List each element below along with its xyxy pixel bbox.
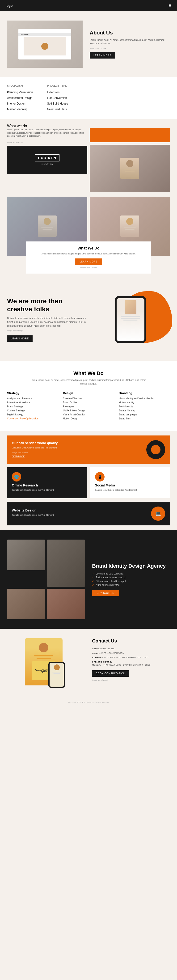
about-content: About Us Lorem ipsum dolor sit amet, con… (90, 30, 170, 59)
project-type-col: Project type Extension Flat Conversion S… (47, 84, 68, 112)
wwd-card: CURIKEN quality by day (7, 146, 87, 174)
share-icon: 📱 (97, 474, 102, 479)
contact-content: Contact Us PHONE: (000)221-4567 E-MAIL: … (92, 638, 170, 681)
creative-credit: Image from Freepik (7, 330, 86, 332)
branding-column: Branding Visual identity and Verbal Iden… (119, 391, 170, 421)
brand-title: Brand Identity Design Agency (92, 563, 170, 570)
phone-screen (116, 298, 144, 341)
wwd-columns: Strategy Analytics and Research Interact… (7, 391, 170, 421)
design-item-6[interactable]: Motion Design (63, 417, 114, 420)
design-item-1[interactable]: Creative Direction (63, 397, 114, 400)
about-image-credit: Image from Freepik (90, 47, 170, 49)
strategy-item-5[interactable]: Digital Strategy (7, 413, 58, 416)
creative-title: We are more than creative folks (7, 297, 86, 313)
spec-item-4: Master Planning (7, 108, 28, 111)
design-item-4[interactable]: UI/UX & Web Design (63, 409, 114, 412)
address-value: ALEXANDRIA, 35 WASHINGTON STR. 22103 (104, 656, 148, 659)
footer-note: Image size: 750 × 4152 px (you can use y… (0, 700, 177, 705)
wwd-center-title: What We Do (32, 246, 145, 250)
strategy-item-1[interactable]: Analytics and Research (7, 397, 58, 400)
about-learn-more-button[interactable]: LEARN MORE (90, 52, 115, 59)
specialism-section: Specialism Planning Permission Architect… (0, 77, 177, 119)
about-text: Lorem ipsum dolor sit amet, consectetur … (90, 38, 170, 45)
design-heading: Design (63, 391, 114, 395)
website-design-text: Sample text. Click to select the Text El… (12, 514, 148, 517)
hamburger-menu-icon[interactable]: ≡ (169, 3, 171, 8)
hours-value: MONDAY – THURSDAY 10:00 – 20:00 FRIDAY 1… (92, 664, 150, 666)
creative-image (91, 296, 170, 343)
online-research-text: Sample text. Click to select the Text El… (12, 488, 82, 492)
world-quality-icon (146, 440, 165, 459)
world-quality-read-more[interactable]: READ MORE (12, 455, 25, 457)
contact-section: We are a Web Design Agency Contact Us PH… (0, 629, 177, 700)
world-quality-credit: Image from Freepik (12, 452, 143, 453)
strategy-item-2[interactable]: Interactive Workshops (7, 401, 58, 404)
contact-phone-screen (49, 663, 64, 687)
laptop-graphic: Contact Us (7, 21, 83, 68)
design-list: Creative Direction Brand Guides Prototyp… (63, 397, 114, 420)
specialism-heading: Specialism (7, 84, 33, 87)
branding-heading: Branding (119, 391, 170, 395)
what-we-do-columns-section: What We Do Lorem ipsum dolor sit amet, c… (0, 361, 177, 431)
design-item-2[interactable]: Brand Guides (63, 401, 114, 404)
branding-item-2[interactable]: Motion Identity (119, 401, 170, 404)
strategy-item-3[interactable]: Brand Strategy (7, 405, 58, 408)
strategy-item-4[interactable]: Content Strategy (7, 409, 58, 412)
brand-list-item-3: Odio ut enim blandit volutpat. (92, 580, 170, 582)
phone-text-line-2 (121, 318, 140, 319)
wwd-center-credit: Images from Freepik (32, 267, 145, 269)
about-title: About Us (90, 30, 170, 36)
wwd-col-description: Lorem ipsum dolor sit amet, consectetur … (30, 379, 148, 385)
brand-img-4 (47, 589, 85, 619)
branding-item-3[interactable]: Sonic Identity (119, 405, 170, 408)
design-item-5[interactable]: Visual Asset Creation (63, 413, 114, 416)
brand-list-item-4: Nunc congue nisi vitae. (92, 584, 170, 586)
wwd-learn-more-button[interactable]: LEARN MORE (75, 258, 102, 265)
branding-item-5[interactable]: Brand campaigns (119, 413, 170, 416)
contact-us-button[interactable]: CONTACT US (92, 590, 119, 596)
strategy-item-6[interactable]: Conversion Rate Optimization (7, 417, 58, 420)
brand-img-3 (7, 589, 45, 619)
brand-content: Brand Identity Design Agency Lectus urna… (92, 563, 170, 596)
social-media-icon: 📱 (95, 472, 105, 482)
branding-item-4[interactable]: Brands Naming (119, 409, 170, 412)
world-quality-card: Our call service world quality Vulputate… (7, 436, 170, 464)
contact-address-row: ADDRESS: ALEXANDRIA, 35 WASHINGTON STR. … (92, 656, 170, 659)
address-label: ADDRESS: (92, 656, 104, 659)
wwd-photo-right (90, 145, 170, 192)
website-design-title: Website Design (12, 508, 148, 512)
navbar: logo ≡ (0, 0, 177, 11)
phone-person-image (124, 300, 136, 314)
person-head (39, 643, 48, 652)
wwd-right-col (90, 128, 170, 192)
wwd-center-card: What We Do Amet luctus senectus ferus ma… (26, 242, 151, 274)
phone-text-line-3 (123, 320, 137, 321)
phone-value: (000)221-4567 (102, 648, 115, 650)
laptop-screen-header: Contact Us (18, 33, 71, 36)
computer-icon: 💻 (155, 511, 161, 516)
email-label: E-MAIL: (92, 652, 101, 654)
phone-screen-inner (116, 298, 144, 341)
email-value: INFO@EXAMPLE.COM (102, 652, 124, 654)
world-quality-text: Vulputate. Duis. Click to select the Tex… (12, 446, 143, 450)
design-item-3[interactable]: Prototypes (63, 405, 114, 408)
book-consultation-button[interactable]: BOOK CONSULTATION (92, 670, 129, 677)
social-media-text: Sample text. Click to select the Text El… (95, 488, 166, 492)
wwd-image-credit: Image from Freepik (7, 141, 87, 143)
contact-hours-row: OPENING HOURS: MONDAY – THURSDAY 10:00 –… (92, 660, 170, 667)
creative-folks-section: We are more than creative folks Duis aut… (0, 278, 177, 361)
social-media-card: 📱 Social Media Sample text. Click to sel… (90, 467, 170, 498)
brand-images (7, 539, 85, 619)
phone-text-line-1 (121, 316, 140, 317)
project-type-heading: Project type (47, 84, 68, 87)
branding-item-6[interactable]: Brand films (119, 417, 170, 420)
phone-graphic (115, 296, 146, 343)
creative-text: We are more than creative folks Duis aut… (7, 297, 86, 342)
creative-learn-more-button[interactable]: LEARN MORE (7, 336, 33, 342)
contact-image-container: We are a Web Design Agency (25, 638, 67, 690)
website-design-icon: 💻 (151, 506, 165, 521)
project-items: Extension Flat Conversion Self Build Hou… (47, 89, 68, 112)
brand-section: Brand Identity Design Agency Lectus urna… (0, 530, 177, 629)
nav-logo: logo (6, 4, 13, 8)
branding-item-1[interactable]: Visual identity and Verbal Identity (119, 397, 170, 400)
